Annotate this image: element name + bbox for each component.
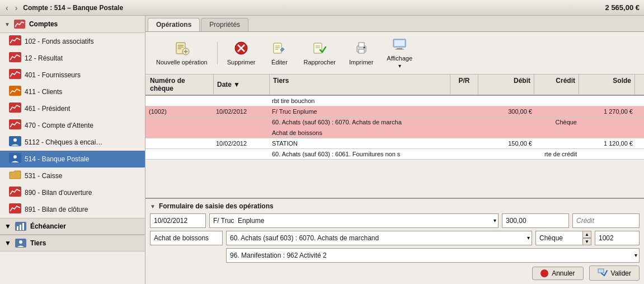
td-cheque bbox=[145, 152, 213, 156]
form-area: ▼ Formulaire de saisie des opérations ▾ … bbox=[145, 198, 644, 284]
svg-point-10 bbox=[13, 155, 17, 159]
td-credit: rte de crédit bbox=[535, 149, 580, 159]
td-solde bbox=[580, 120, 636, 124]
affichage-icon bbox=[392, 37, 407, 54]
sidebar-section-tiers[interactable]: ▼ Tiers bbox=[0, 235, 145, 252]
icon-470 bbox=[9, 119, 21, 131]
nouvelle-operation-label: Nouvelle opération bbox=[156, 59, 208, 66]
col-date[interactable]: Date ▼ bbox=[214, 75, 270, 95]
annuler-label: Annuler bbox=[552, 269, 575, 277]
td-date bbox=[213, 120, 269, 124]
cheque-num-input[interactable] bbox=[595, 231, 640, 245]
editer-button[interactable]: Éditer bbox=[262, 38, 296, 68]
imprimer-button[interactable]: Imprimer bbox=[343, 38, 379, 68]
sidebar-section-echeancier[interactable]: ▼ Échéancier bbox=[0, 218, 145, 235]
table-row[interactable]: rbt tire bouchon bbox=[145, 96, 644, 106]
td-debit bbox=[480, 152, 535, 156]
sidebar-item-890[interactable]: 890 - Bilan d'ouverture bbox=[0, 184, 145, 201]
sidebar-item-102[interactable]: 102 - Fonds associatifs bbox=[0, 33, 145, 50]
label-514: 514 - Banque Postale bbox=[25, 155, 89, 163]
sidebar-scroll[interactable]: 102 - Fonds associatifs12 - Résultat401 … bbox=[0, 33, 145, 284]
table-row[interactable]: 10/02/2012 STATION 150,00 € 1 120,00 € bbox=[145, 138, 644, 149]
icon-890 bbox=[9, 187, 21, 198]
category-select[interactable]: 60. Achats (sauf 603) : 6070. Achats de … bbox=[226, 231, 532, 245]
td-pr bbox=[452, 120, 480, 124]
date-input[interactable] bbox=[150, 213, 206, 228]
supprimer-button[interactable]: Supprimer bbox=[221, 38, 262, 68]
icon-531 bbox=[9, 170, 21, 181]
svg-rect-16 bbox=[22, 223, 24, 230]
window-title: Compte : 514 – Banque Postale bbox=[23, 4, 123, 12]
valider-icon bbox=[598, 268, 608, 278]
category-select-wrapper: 60. Achats (sauf 603) : 6070. Achats de … bbox=[226, 231, 532, 245]
td-solde: 1 120,00 € bbox=[580, 138, 636, 148]
debit-input[interactable] bbox=[502, 213, 569, 228]
tiers-label: Tiers bbox=[30, 239, 46, 247]
main-layout: ▼ Comptes 102 - Fonds associatifs12 - Ré… bbox=[0, 16, 644, 284]
td-pad bbox=[636, 142, 644, 145]
echeancier-label: Échéancier bbox=[30, 222, 66, 230]
note-input[interactable] bbox=[150, 231, 223, 245]
label-531: 531 - Caisse bbox=[25, 172, 62, 180]
sidebar-item-5112[interactable]: 5112 - Chèques à encai… bbox=[0, 134, 145, 151]
svg-rect-15 bbox=[20, 225, 21, 230]
label-411: 411 - Clients bbox=[25, 88, 62, 96]
valider-label: Valider bbox=[611, 269, 631, 277]
sidebar-item-531[interactable]: 531 - Caisse bbox=[0, 167, 145, 184]
right-panel: Opérations Propriétés Nouvelle o bbox=[145, 16, 644, 284]
form-toggle[interactable]: ▼ bbox=[150, 203, 156, 209]
affichage-button[interactable]: Affichage ▾ bbox=[380, 34, 419, 72]
sidebar-item-12[interactable]: 12 - Résultat bbox=[0, 50, 145, 67]
table-row[interactable]: 60. Achats (sauf 603) : 6070. Achats de … bbox=[145, 117, 644, 128]
table-area: Numéro de chèque Date ▼ Tiers P/R Débit … bbox=[145, 75, 644, 198]
annuler-icon bbox=[540, 269, 548, 277]
td-pad bbox=[636, 120, 644, 124]
sidebar-item-411[interactable]: 411 - Clients bbox=[0, 83, 145, 100]
svg-point-18 bbox=[19, 240, 22, 244]
payment-spin-down[interactable]: ▼ bbox=[582, 238, 591, 245]
col-credit: Crédit bbox=[534, 75, 579, 95]
tiers-input[interactable] bbox=[209, 213, 499, 228]
sidebar-item-401[interactable]: 401 - Fournisseurs bbox=[0, 67, 145, 83]
nav-prev-button[interactable]: ‹ bbox=[4, 3, 10, 12]
svg-point-8 bbox=[13, 138, 17, 142]
sidebar-item-514[interactable]: 514 - Banque Postale bbox=[0, 151, 145, 167]
td-cheque bbox=[145, 120, 213, 124]
icon-891 bbox=[9, 203, 21, 215]
sidebar-toggle[interactable]: ▼ bbox=[4, 21, 10, 27]
valider-button[interactable]: Valider bbox=[589, 266, 640, 281]
rapprocher-icon bbox=[312, 41, 327, 58]
rapprocher-button[interactable]: Rapprocher bbox=[297, 38, 341, 68]
balance-display: 2 565,00 € bbox=[605, 3, 640, 12]
svg-rect-42 bbox=[394, 40, 405, 46]
sidebar: ▼ Comptes 102 - Fonds associatifs12 - Ré… bbox=[0, 16, 145, 284]
editer-label: Éditer bbox=[271, 59, 288, 66]
table-row[interactable]: 60. Achats (sauf 603) : 6061. Fourniture… bbox=[145, 149, 644, 160]
table-scroll[interactable]: rbt tire bouchon (1002) 10/02/2012 F/ Tr… bbox=[145, 96, 644, 198]
col-scroll-placeholder bbox=[635, 75, 643, 95]
sidebar-item-461[interactable]: 461 - Président bbox=[0, 100, 145, 117]
nouvelle-operation-button[interactable]: Nouvelle opération bbox=[150, 38, 214, 68]
credit-input[interactable] bbox=[572, 213, 640, 228]
table-header: Numéro de chèque Date ▼ Tiers P/R Débit … bbox=[145, 75, 644, 96]
tab-operations[interactable]: Opérations bbox=[148, 18, 200, 31]
svg-point-40 bbox=[363, 46, 365, 48]
label-5112: 5112 - Chèques à encai… bbox=[25, 138, 102, 146]
nav-next-button[interactable]: › bbox=[14, 3, 19, 12]
echeancier-toggle: ▼ bbox=[4, 222, 11, 230]
sidebar-item-891[interactable]: 891 - Bilan de clôture bbox=[0, 201, 145, 218]
td-solde: 1 270,00 € bbox=[580, 106, 636, 117]
td-date: 10/02/2012 bbox=[213, 106, 269, 117]
comptes-icon bbox=[13, 19, 26, 29]
tab-proprietes[interactable]: Propriétés bbox=[201, 18, 248, 31]
svg-rect-34 bbox=[314, 43, 322, 53]
payment-spin-up[interactable]: ▲ bbox=[582, 231, 591, 238]
icon-514 bbox=[9, 153, 21, 165]
table-row[interactable]: Achat de boissons bbox=[145, 128, 644, 138]
td-cheque bbox=[145, 142, 213, 145]
sidebar-item-470[interactable]: 470 - Compte d'Attente bbox=[0, 117, 145, 134]
table-row[interactable]: (1002) 10/02/2012 F/ Truc Enplume 300,00… bbox=[145, 106, 644, 117]
category2-select[interactable]: 96. Manifestation : 962 Activité 2 bbox=[226, 248, 640, 263]
annuler-button[interactable]: Annuler bbox=[532, 267, 583, 280]
label-470: 470 - Compte d'Attente bbox=[25, 122, 93, 129]
